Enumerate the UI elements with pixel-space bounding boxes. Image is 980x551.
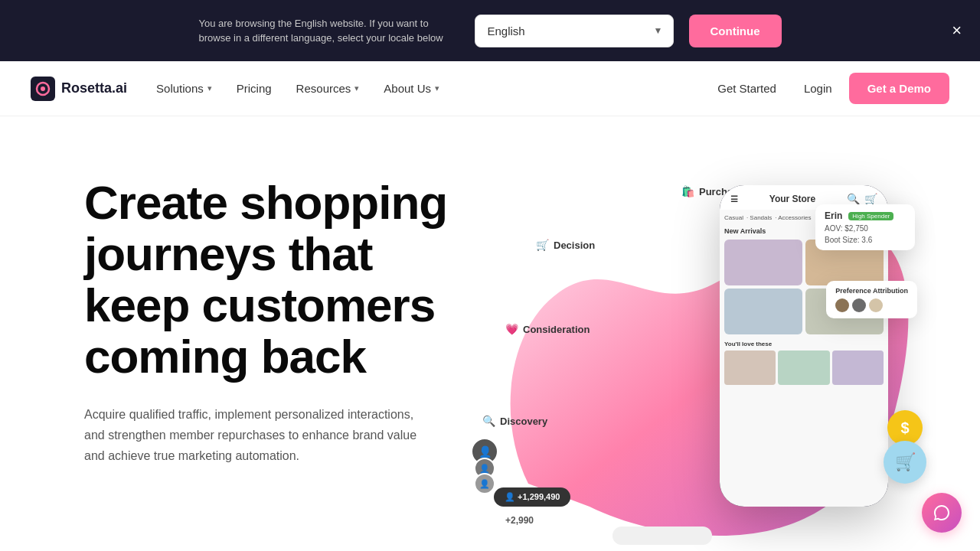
hero-left: Create shopping journeys that keep custo…	[84, 162, 482, 466]
counter-main: +1,299,490	[518, 492, 560, 501]
reco-grid	[724, 350, 884, 385]
logo-text: Rosetta.ai	[61, 80, 127, 96]
cat-sandals: · Sandals	[746, 214, 772, 221]
logo-icon	[31, 77, 55, 101]
nav-pricing-label: Pricing	[237, 82, 272, 95]
hero-title: Create shopping journeys that keep custo…	[84, 178, 482, 383]
reco-card-3	[832, 350, 884, 385]
counter-sub: +2,990	[505, 515, 534, 526]
pref-dot-1	[835, 298, 849, 312]
purchase-icon: 🛍️	[681, 185, 694, 197]
cart-icon: 🛒	[864, 193, 877, 205]
login-button[interactable]: Login	[793, 76, 843, 101]
journey-discovery-label: 🔍 Discovery	[482, 415, 547, 427]
chevron-down-icon: ▾	[354, 83, 359, 93]
discovery-icon: 🔍	[482, 415, 495, 427]
svg-point-2	[41, 86, 45, 91]
journey-decision-label: 🛒 Decision	[536, 239, 595, 251]
counter-badge: 👤 +1,299,490	[494, 487, 570, 507]
nav-item-resources[interactable]: Resources ▾	[286, 76, 371, 101]
pref-dot-3	[869, 298, 883, 312]
chat-icon	[933, 504, 951, 522]
language-banner: You are browsing the English website. If…	[0, 0, 980, 61]
banner-text: You are browsing the English website. If…	[199, 16, 459, 46]
language-select[interactable]: EnglishDeutschFrançaisEspañolItaliano日本語…	[475, 15, 674, 47]
search-icon: 🔍	[847, 193, 860, 205]
pref-dots	[835, 298, 908, 312]
nav-right: Get Started Login Get a Demo	[707, 73, 949, 104]
counter-icon: 👤	[505, 492, 518, 501]
reco-title: You'll love these	[724, 341, 772, 347]
chat-bubble	[612, 527, 712, 545]
get-demo-button[interactable]: Get a Demo	[849, 73, 949, 104]
phone-body: Casual · Sandals · Accessories New Arriv…	[720, 210, 888, 507]
cart-float: 🛒	[884, 441, 926, 484]
continue-button[interactable]: Continue	[689, 15, 782, 47]
pref-title: Preference Attribution	[835, 287, 908, 295]
hero-section: Create shopping journeys that keep custo…	[0, 116, 980, 551]
erin-badge: High Spender	[848, 212, 893, 220]
phone-store-name: Your Store	[769, 194, 815, 204]
nav-item-solutions[interactable]: Solutions ▾	[145, 76, 223, 101]
preference-card: Preference Attribution	[826, 281, 917, 318]
avatar-3: 👤	[474, 473, 495, 494]
logo-link[interactable]: Rosetta.ai	[31, 77, 127, 101]
hero-subtitle: Acquire qualified traffic, implement per…	[84, 404, 436, 467]
nav-resources-label: Resources	[296, 82, 351, 95]
erin-boot: Boot Size: 3.6	[825, 236, 906, 244]
avatar-group: 👤 👤 👤	[471, 438, 498, 491]
hero-illustration: 🛍️ Purchase 🛒 Decision 💗 Consideration 🔍…	[467, 162, 949, 551]
product-card-1	[724, 240, 802, 285]
decision-label-text: Decision	[554, 240, 595, 251]
reco-card-2	[778, 350, 829, 385]
reco-card-1	[724, 350, 776, 385]
nav-about-label: About Us	[384, 82, 431, 95]
hero-right: 🛍️ Purchase 🛒 Decision 💗 Consideration 🔍…	[467, 162, 949, 551]
close-banner-button[interactable]: ×	[952, 22, 962, 39]
erin-name-row: Erin High Spender	[825, 210, 906, 221]
nav-item-about[interactable]: About Us ▾	[373, 76, 450, 101]
erin-aov: AOV: $2,750	[825, 224, 906, 233]
consideration-icon: 💗	[505, 323, 518, 335]
language-select-wrapper: EnglishDeutschFrançaisEspañolItaliano日本語…	[475, 15, 674, 47]
nav-items: Solutions ▾ Pricing Resources ▾ About Us…	[145, 76, 701, 101]
consideration-label-text: Consideration	[523, 324, 590, 335]
chevron-down-icon: ▾	[435, 83, 439, 93]
pref-dot-2	[852, 298, 866, 312]
erin-name: Erin	[825, 210, 842, 221]
nav-solutions-label: Solutions	[156, 82, 204, 95]
decision-icon: 🛒	[536, 239, 549, 251]
chevron-down-icon: ▾	[207, 83, 212, 93]
erin-card: Erin High Spender AOV: $2,750 Boot Size:…	[815, 204, 915, 250]
discovery-label-text: Discovery	[500, 416, 547, 427]
phone-icons: 🔍 🛒	[847, 193, 877, 205]
reco-label: You'll love these	[724, 341, 884, 347]
product-card-3	[724, 289, 802, 334]
navbar: Rosetta.ai Solutions ▾ Pricing Resources…	[0, 61, 980, 116]
journey-consideration-label: 💗 Consideration	[505, 323, 590, 335]
nav-item-pricing[interactable]: Pricing	[226, 76, 283, 101]
hamburger-icon: ☰	[730, 194, 738, 204]
cat-casual: Casual	[724, 214, 743, 221]
get-started-button[interactable]: Get Started	[707, 76, 787, 101]
cat-accessories: · Accessories	[775, 214, 811, 221]
support-chat-button[interactable]	[922, 493, 962, 533]
